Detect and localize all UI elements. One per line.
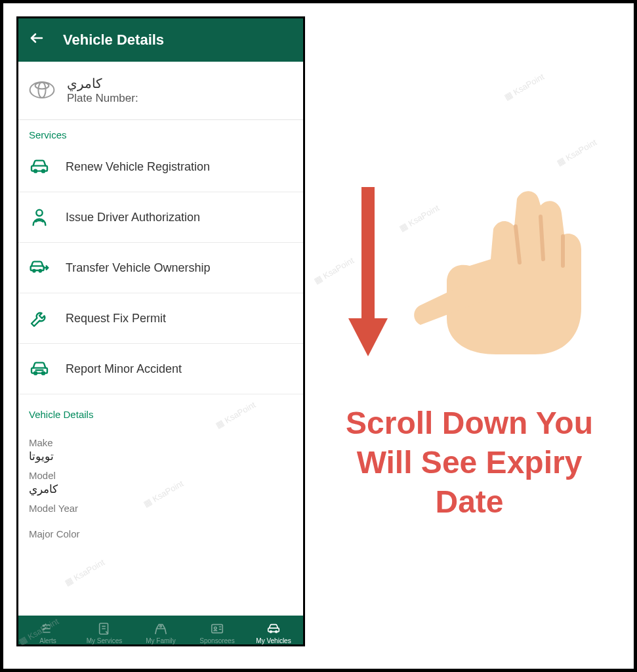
- nav-alerts[interactable]: Alerts: [20, 621, 76, 644]
- service-driver-authorization[interactable]: Issue Driver Authorization: [18, 192, 303, 243]
- nav-label: Alerts: [39, 637, 56, 644]
- plate-number-label: Plate Number:: [67, 92, 138, 105]
- service-label: Renew Vehicle Registration: [66, 160, 210, 174]
- service-label: Report Minor Accident: [66, 362, 182, 376]
- toyota-logo-icon: [29, 77, 55, 103]
- nav-my-family[interactable]: My Family: [133, 621, 189, 644]
- svg-point-2: [38, 82, 45, 98]
- svg-point-18: [214, 627, 216, 629]
- nav-label: My Vehicles: [256, 637, 291, 644]
- svg-point-16: [160, 625, 162, 627]
- svg-point-7: [36, 210, 42, 216]
- nav-label: My Family: [146, 637, 176, 644]
- id-card-icon: [210, 621, 224, 636]
- bottom-nav: Alerts My Services My Family Sponsorees …: [18, 616, 303, 644]
- vehicle-summary: كامري Plate Number:: [18, 62, 303, 120]
- nav-sponsorees[interactable]: Sponsorees: [189, 621, 245, 644]
- annotation-text: Scroll Down You Will See Expiry Date: [318, 404, 621, 522]
- services-icon: [97, 621, 112, 636]
- services-list: Renew Vehicle Registration Issue Driver …: [18, 147, 303, 394]
- service-report-accident[interactable]: Report Minor Accident: [18, 344, 303, 394]
- phone-frame: Vehicle Details كامري Plate Number: S: [16, 16, 305, 646]
- services-heading: Services: [18, 120, 303, 147]
- annotation-panel: Scroll Down You Will See Expiry Date: [318, 16, 621, 656]
- nav-label: My Services: [87, 637, 122, 644]
- vehicle-icon: [266, 621, 281, 636]
- vehicle-name: كامري: [67, 75, 138, 92]
- svg-rect-17: [212, 625, 223, 633]
- scroll-content[interactable]: كامري Plate Number: Services Renew Vehic…: [18, 62, 303, 616]
- car-report-icon: [29, 358, 50, 379]
- svg-point-1: [30, 82, 54, 98]
- app-header: Vehicle Details: [18, 18, 303, 62]
- make-label: Make: [29, 437, 293, 448]
- service-fix-permit[interactable]: Request Fix Permit: [18, 293, 303, 344]
- driver-icon: [29, 207, 50, 228]
- vehicle-details-heading: Vehicle Details: [18, 394, 303, 427]
- nav-my-services[interactable]: My Services: [76, 621, 133, 644]
- svg-point-3: [35, 83, 49, 89]
- alerts-icon: [41, 621, 55, 636]
- service-label: Request Fix Permit: [66, 312, 166, 326]
- model-value: كامري: [29, 482, 293, 496]
- model-label: Model: [29, 470, 293, 481]
- car-icon: [29, 156, 50, 177]
- service-renew-registration[interactable]: Renew Vehicle Registration: [18, 147, 303, 192]
- svg-rect-8: [31, 266, 44, 270]
- pointing-hand-icon: [411, 187, 594, 358]
- svg-marker-23: [348, 318, 388, 356]
- car-transfer-icon: [29, 257, 50, 278]
- wrench-icon: [29, 308, 50, 329]
- nav-label: Sponsorees: [199, 637, 234, 644]
- make-value: تويوتا: [29, 450, 293, 463]
- service-label: Issue Driver Authorization: [66, 211, 200, 224]
- model-year-label: Model Year: [29, 503, 293, 514]
- nav-my-vehicles[interactable]: My Vehicles: [245, 621, 302, 644]
- service-transfer-ownership[interactable]: Transfer Vehicle Ownership: [18, 243, 303, 293]
- page-title: Vehicle Details: [63, 32, 164, 49]
- down-arrow-icon: [345, 187, 391, 358]
- service-label: Transfer Vehicle Ownership: [66, 261, 210, 275]
- svg-rect-22: [361, 187, 375, 318]
- family-icon: [154, 621, 168, 636]
- major-color-label: Major Color: [29, 528, 293, 539]
- back-arrow-icon[interactable]: [29, 30, 45, 50]
- vehicle-details-group: Make تويوتا Model كامري Model Year Major…: [18, 427, 303, 546]
